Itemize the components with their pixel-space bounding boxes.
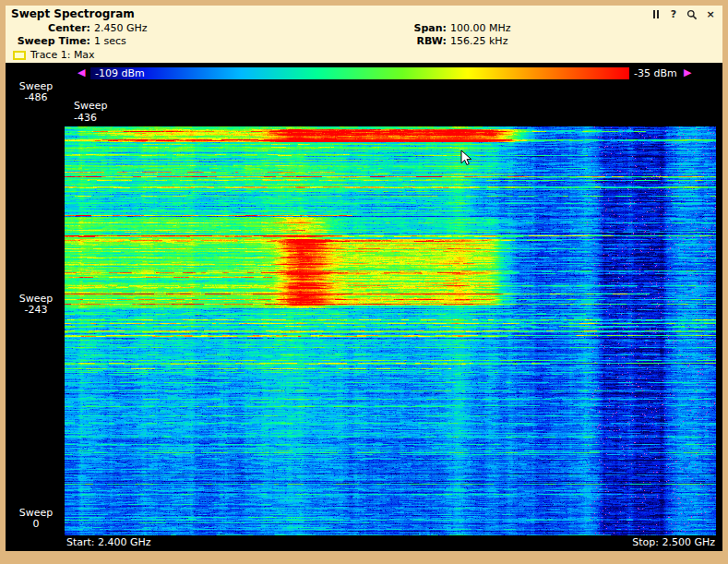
start-frequency-label: Start: 2.400 GHz <box>66 536 151 548</box>
sweep-axis-label-bottom: Sweep0 <box>11 508 61 530</box>
mouse-cursor-icon <box>460 150 475 168</box>
amplitude-colorbar[interactable] <box>90 67 629 79</box>
window-controls: ? × <box>651 8 715 20</box>
scale-min-label: -109 dBm <box>95 67 145 79</box>
close-icon[interactable]: × <box>706 8 715 20</box>
pause-icon[interactable] <box>651 8 661 20</box>
window-title: Swept Spectrogram <box>11 7 135 20</box>
plot-region: ◀ -109 dBm -35 dBm ▶ Sweep-486 Sweep-243… <box>6 63 722 551</box>
stop-frequency-label: Stop: 2.500 GHz <box>632 536 715 548</box>
span-label: Span: <box>354 22 447 34</box>
zoom-icon[interactable] <box>686 8 698 20</box>
rbw-value: 156.25 kHz <box>450 35 507 47</box>
sweep-axis-label-top: Sweep-486 <box>11 81 61 103</box>
span-value: 100.00 MHz <box>450 22 511 34</box>
sweep-time-label: Sweep Time: <box>15 35 90 47</box>
plot-sweep-label: Sweep-436 <box>74 100 108 124</box>
window-header: Swept Spectrogram ? × Center:2.450 GHz S… <box>6 6 722 63</box>
scale-max-label: -35 dBm <box>634 67 677 79</box>
trace-color-swatch <box>13 51 26 60</box>
sweep-time-value: 1 secs <box>94 35 126 47</box>
sweep-axis-label-mid: Sweep-243 <box>11 294 61 316</box>
rbw-label: RBW: <box>354 35 447 47</box>
center-label: Center: <box>15 22 90 34</box>
spectrogram-canvas[interactable] <box>65 126 716 535</box>
trace-label: Trace 1: Max <box>30 49 95 61</box>
scale-min-marker-icon[interactable]: ◀ <box>78 66 85 79</box>
trace-legend[interactable]: Trace 1: Max <box>13 49 95 61</box>
scale-max-marker-icon[interactable]: ▶ <box>684 66 691 79</box>
window-content: Swept Spectrogram ? × Center:2.450 GHz S… <box>6 6 722 551</box>
window-frame: Swept Spectrogram ? × Center:2.450 GHz S… <box>0 0 728 564</box>
help-icon[interactable]: ? <box>669 8 678 20</box>
center-value: 2.450 GHz <box>94 22 148 34</box>
